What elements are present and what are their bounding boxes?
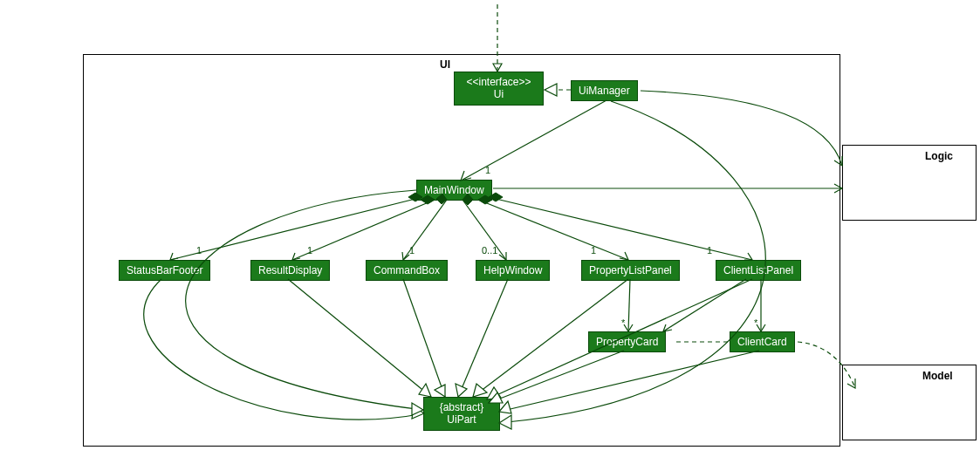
class-mainwindow: MainWindow xyxy=(416,180,492,201)
class-clientlistpanel: ClientListPanel xyxy=(716,260,801,281)
stereotype-abstract: {abstract} xyxy=(431,401,492,413)
mult-resultdisplay: 1 xyxy=(307,245,312,256)
class-propertycard: PropertyCard xyxy=(588,331,666,352)
mult-mainwindow: 1 xyxy=(485,165,490,175)
package-logic-label: Logic xyxy=(925,150,953,162)
package-model-label: Model xyxy=(922,370,953,382)
mult-commandbox: 1 xyxy=(409,245,415,256)
class-ui-interface: <<interface>> Ui xyxy=(454,72,544,106)
class-uipart-name: UiPart xyxy=(431,413,492,426)
class-statusbarfooter: StatusBarFooter xyxy=(119,260,210,281)
mult-clientcard: * xyxy=(754,317,757,328)
class-propertylistpanel: PropertyListPanel xyxy=(581,260,680,281)
mult-statusbarfooter: 1 xyxy=(196,245,202,256)
mult-clientlistpanel: 1 xyxy=(707,245,712,256)
mult-propertylistpanel: 1 xyxy=(591,245,596,256)
class-ui-interface-name: Ui xyxy=(462,88,536,100)
class-clientcard: ClientCard xyxy=(730,331,795,352)
package-model xyxy=(842,365,977,440)
class-uimanager: UiManager xyxy=(571,80,638,101)
package-ui-label: UI xyxy=(440,58,450,71)
mult-helpwindow: 0..1 xyxy=(482,245,497,256)
class-resultdisplay: ResultDisplay xyxy=(250,260,330,281)
package-logic xyxy=(842,145,977,221)
stereotype-interface: <<interface>> xyxy=(462,76,536,88)
class-commandbox: CommandBox xyxy=(366,260,448,281)
class-uipart: {abstract} UiPart xyxy=(423,397,500,431)
mult-propertycard: * xyxy=(621,317,625,328)
class-helpwindow: HelpWindow xyxy=(476,260,550,281)
diagram-canvas: UI Logic Model <<interface>> Ui UiManage… xyxy=(0,0,980,457)
